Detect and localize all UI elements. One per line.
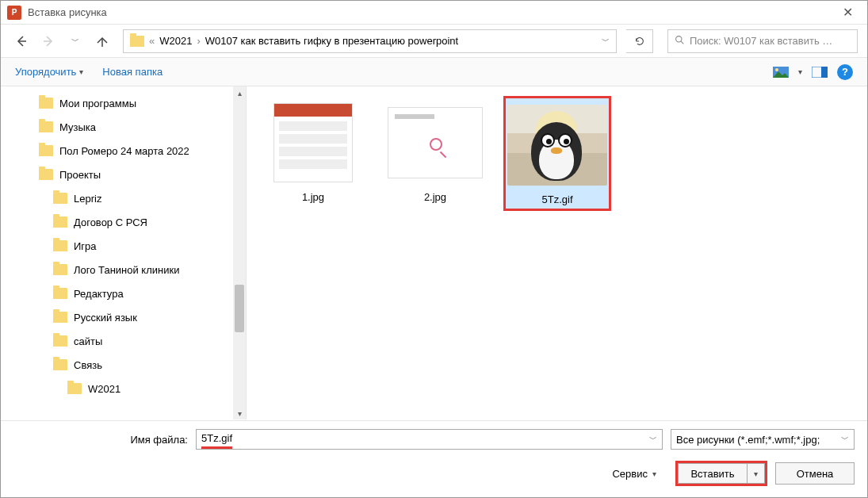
nav-recent-button[interactable]: ﹀: [64, 30, 86, 52]
scroll-up-icon[interactable]: ▴: [233, 86, 246, 99]
tree-item[interactable]: Проекты: [1, 163, 246, 186]
title-bar: P Вставка рисунка ✕: [1, 1, 867, 25]
tree-item[interactable]: Связь: [1, 353, 246, 377]
tree-item[interactable]: Лого Таниной клиники: [1, 258, 246, 282]
folder-icon: [53, 288, 67, 299]
folder-icon: [53, 312, 67, 323]
tree-item-label: Пол Ромеро 24 марта 2022: [59, 145, 189, 157]
tree-item[interactable]: Редактура: [1, 282, 246, 305]
arrow-right-icon: [42, 35, 55, 48]
tree-item-label: сайты: [74, 335, 102, 347]
scroll-thumb[interactable]: [235, 285, 244, 332]
preview-pane-button[interactable]: [810, 64, 829, 80]
app-icon: P: [7, 6, 21, 20]
nav-up-button[interactable]: [91, 30, 113, 52]
file-name: 5Tz.gif: [541, 193, 572, 205]
file-item[interactable]: 1.jpg: [259, 96, 367, 206]
tree-item-label: Мои программы: [59, 98, 136, 109]
chevron-down-icon: ▾: [79, 67, 83, 76]
tree-item[interactable]: Русский язык: [1, 305, 246, 329]
service-label: Сервис: [612, 468, 648, 480]
folder-icon: [39, 169, 53, 180]
tree-item[interactable]: Музыка: [1, 115, 246, 139]
folder-icon: [39, 98, 53, 109]
search-placeholder: Поиск: W0107 как вставить …: [690, 35, 851, 47]
body-area: Мои программы Музыка Пол Ромеро 24 марта…: [1, 86, 867, 419]
view-mode-dropdown[interactable]: ▾: [798, 67, 802, 76]
scroll-down-icon[interactable]: ▾: [233, 407, 246, 419]
address-bar[interactable]: « W2021 › W0107 как вставить гифку в пре…: [123, 29, 617, 53]
search-input[interactable]: Поиск: W0107 как вставить …: [667, 29, 858, 53]
refresh-button[interactable]: [626, 29, 653, 53]
command-bar: Упорядочить ▾ Новая папка ▾ ?: [1, 58, 867, 86]
pane-icon: [812, 67, 828, 78]
tree-item-label: W2021: [88, 383, 120, 395]
folder-icon: [53, 264, 67, 275]
file-name: 2.jpg: [424, 191, 446, 203]
insert-split-button: Вставить ▾: [675, 461, 767, 486]
insert-dropdown[interactable]: ▾: [748, 463, 765, 484]
tree-item[interactable]: Lepriz: [1, 186, 246, 210]
nav-forward-button[interactable]: [37, 30, 59, 52]
tree-item[interactable]: сайты: [1, 329, 246, 353]
window-close-button[interactable]: ✕: [835, 2, 861, 23]
tree-item-label: Lepriz: [74, 193, 101, 205]
folder-icon: [53, 359, 67, 370]
file-item-selected[interactable]: 5Tz.gif: [503, 96, 611, 211]
chevron-down-icon: ﹀: [71, 36, 79, 47]
tree-item-label: Музыка: [59, 121, 96, 133]
svg-point-2: [775, 68, 778, 71]
window-title: Вставка рисунка: [28, 6, 835, 18]
folder-icon: [39, 145, 53, 156]
folder-icon: [39, 121, 53, 132]
arrow-up-icon: [96, 35, 109, 48]
picture-icon: [773, 67, 789, 78]
file-thumbnail: [384, 99, 486, 186]
tree-item[interactable]: Мои программы: [1, 91, 246, 115]
new-folder-button[interactable]: Новая папка: [102, 66, 163, 78]
tree-item[interactable]: Пол Ромеро 24 марта 2022: [1, 139, 246, 163]
tree-item-label: Русский язык: [74, 312, 137, 324]
file-name: 1.jpg: [302, 191, 324, 203]
search-icon: [675, 35, 685, 48]
filetype-select[interactable]: Все рисунки (*.emf;*.wmf;*.jpg; ﹀: [671, 429, 855, 450]
arrow-left-icon: [15, 35, 28, 48]
filename-input[interactable]: 5Tz.gif ﹀: [196, 429, 663, 450]
tree-scrollbar[interactable]: ▴ ▾: [233, 86, 246, 419]
chevron-down-icon: ▾: [652, 469, 656, 478]
tree-item[interactable]: Договор С РСЯ: [1, 210, 246, 234]
breadcrumb-segment[interactable]: W2021: [159, 35, 192, 47]
tree-item[interactable]: W2021: [1, 377, 246, 400]
file-item[interactable]: 2.jpg: [381, 96, 489, 206]
cancel-button[interactable]: Отмена: [775, 462, 855, 485]
chevron-down-icon: ﹀: [841, 434, 849, 445]
nav-back-button[interactable]: [10, 30, 33, 52]
tree-item-label: Договор С РСЯ: [74, 216, 147, 228]
help-button[interactable]: ?: [837, 64, 853, 80]
filename-dropdown[interactable]: ﹀: [649, 434, 657, 445]
crumb-prefix: «: [149, 35, 155, 47]
file-thumbnail: [507, 102, 608, 189]
address-dropdown[interactable]: ﹀: [602, 36, 610, 47]
folder-icon: [53, 193, 67, 204]
breadcrumb-segment[interactable]: W0107 как вставить гифку в презентацию p…: [205, 35, 458, 47]
chevron-right-icon: ›: [197, 35, 200, 47]
filename-value: 5Tz.gif: [201, 431, 232, 449]
chevron-down-icon: ▾: [754, 469, 758, 478]
organize-label: Упорядочить: [15, 66, 76, 78]
organize-menu[interactable]: Упорядочить ▾: [15, 66, 83, 78]
tree-item[interactable]: Игра: [1, 234, 246, 258]
service-menu[interactable]: Сервис ▾: [612, 468, 656, 480]
svg-point-0: [676, 36, 682, 41]
refresh-icon: [634, 36, 645, 47]
filename-label: Имя файла:: [13, 434, 188, 446]
folder-tree: Мои программы Музыка Пол Ромеро 24 марта…: [1, 86, 247, 419]
filetype-label: Все рисунки (*.emf;*.wmf;*.jpg;: [676, 434, 820, 446]
folder-icon: [53, 335, 67, 347]
insert-button[interactable]: Вставить: [678, 463, 748, 484]
svg-rect-4: [821, 67, 828, 78]
tree-item-label: Редактура: [74, 288, 124, 300]
view-mode-button[interactable]: [771, 64, 790, 80]
tree-item-label: Игра: [74, 240, 97, 252]
tree-item-label: Проекты: [59, 169, 101, 181]
